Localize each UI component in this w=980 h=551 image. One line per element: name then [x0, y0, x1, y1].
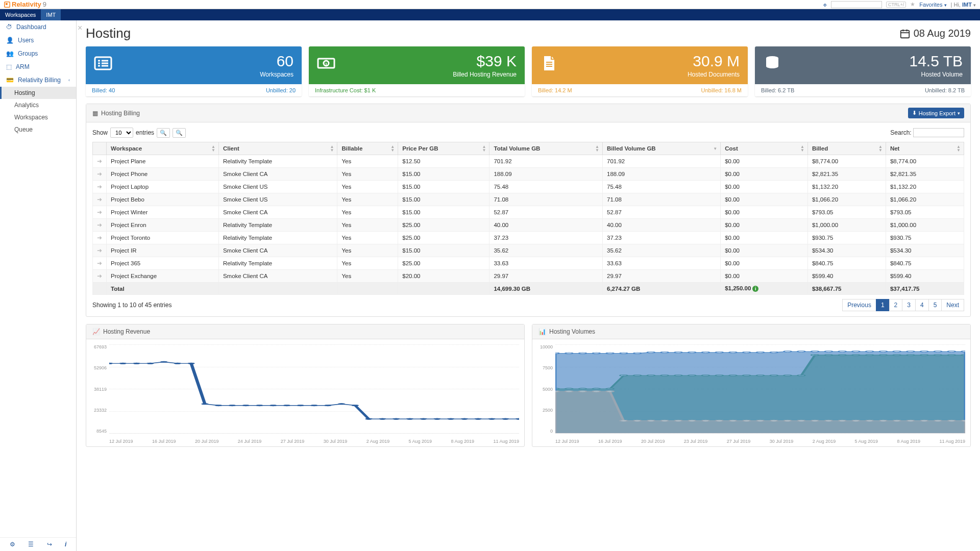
expand-icon[interactable]: ➜ [93, 232, 107, 244]
page-next[interactable]: Next [941, 299, 964, 311]
table-row[interactable]: ➜Project EnronRelativity TemplateYes$25.… [93, 219, 964, 232]
table-search-input[interactable] [913, 128, 964, 137]
sidebar-sub-analytics[interactable]: Analytics [0, 99, 76, 111]
table-row[interactable]: ➜Project IRSmoke Client CAYes$15.0035.62… [93, 244, 964, 257]
page-3[interactable]: 3 [902, 299, 916, 311]
cell-price: $25.00 [398, 232, 489, 244]
card-hosted-volume[interactable]: 14.5 TBHosted VolumeBilled: 6.2 TBUnbill… [755, 46, 971, 96]
quick-search-icon[interactable]: ⟐ [823, 2, 827, 8]
brand-logo[interactable]: Relativity9 [4, 1, 46, 8]
svg-point-136 [866, 420, 873, 421]
col-total-volume-gb[interactable]: Total Volume GB▲▼ [489, 142, 603, 155]
cell-total-vol: 71.08 [489, 193, 603, 206]
x-tick: 24 Jul 2019 [238, 439, 262, 444]
svg-point-102 [825, 350, 832, 352]
sidebar-sub-workspaces[interactable]: Workspaces [0, 111, 76, 123]
global-search-input[interactable] [831, 1, 882, 8]
logout-icon[interactable]: ↪ [47, 541, 52, 548]
cell-total-vol: 701.92 [489, 155, 603, 168]
col-net[interactable]: Net▲▼ [886, 142, 964, 155]
cell-billed: $599.40 [807, 270, 886, 283]
expand-icon[interactable]: ➜ [93, 219, 107, 232]
expand-icon[interactable]: ➜ [93, 155, 107, 168]
table-row[interactable]: ➜Project ExchangeSmoke Client CAYes$20.0… [93, 270, 964, 283]
col-billed[interactable]: Billed▲▼ [807, 142, 886, 155]
col-cost[interactable]: Cost▲▼ [721, 142, 808, 155]
svg-point-127 [743, 420, 750, 421]
svg-point-142 [948, 420, 955, 421]
sidebar-sub-hosting[interactable]: Hosting [0, 87, 76, 99]
close-icon[interactable]: × [78, 23, 82, 33]
table-row[interactable]: ➜Project BeboSmoke Client USYes$15.0071.… [93, 193, 964, 206]
page-date[interactable]: 08 Aug 2019 [899, 28, 971, 39]
tab-imt[interactable]: IMT [41, 9, 61, 20]
page-title: Hosting [86, 26, 131, 41]
table-row[interactable]: ➜Project WinterSmoke Client CAYes$15.005… [93, 206, 964, 219]
cell-billed: $840.75 [807, 257, 886, 270]
col-price-per-gb[interactable]: Price Per GB▲▼ [398, 142, 489, 155]
card-billed-hosting-revenue[interactable]: 1$39 KBilled Hosting RevenueInfrastructu… [309, 46, 525, 96]
volumes-chart[interactable]: 100007500500025000 12 Jul 201916 Jul 201… [532, 339, 970, 446]
svg-point-128 [756, 420, 764, 421]
page-5[interactable]: 5 [928, 299, 942, 311]
search-label: Search: [890, 129, 911, 136]
cell-net: $930.75 [886, 232, 964, 244]
table-row[interactable]: ➜Project LaptopSmoke Client USYes$15.007… [93, 181, 964, 193]
star-icon[interactable]: ★ [910, 1, 915, 8]
expand-icon[interactable]: ➜ [93, 168, 107, 181]
revenue-chart[interactable]: 676935290638119233328545 12 Jul 201916 J… [86, 339, 524, 446]
page-prev[interactable]: Previous [842, 299, 876, 311]
page-2[interactable]: 2 [889, 299, 903, 311]
expand-icon[interactable]: ➜ [93, 270, 107, 283]
table-row[interactable]: ➜Project PhoneSmoke Client CAYes$15.0018… [93, 168, 964, 181]
sidebar-item-dashboard[interactable]: ⏱Dashboard [0, 20, 76, 34]
sidebar-item-groups[interactable]: 👥Groups [0, 47, 76, 60]
sidebar-item-users[interactable]: 👤Users [0, 34, 76, 47]
sidebar-item-relativity-billing[interactable]: 💳Relativity Billing‹ [0, 73, 76, 87]
info-badge-icon[interactable]: i [752, 286, 758, 292]
list-icon[interactable]: ☰ [28, 541, 34, 548]
card-hosted-documents[interactable]: 30.9 MHosted DocumentsBilled: 14.2 MUnbi… [532, 46, 748, 96]
card-foot-left: Infrastructure Cost: $1 K [315, 87, 376, 93]
total-cell [337, 283, 398, 295]
svg-point-95 [729, 352, 737, 353]
expand-icon[interactable]: ➜ [93, 193, 107, 206]
page-1[interactable]: 1 [876, 299, 890, 311]
expand-icon[interactable]: ➜ [93, 206, 107, 219]
col-workspace[interactable]: Workspace▲▼ [107, 142, 219, 155]
favorites-link[interactable]: Favorites ▾ [919, 2, 946, 8]
col-billed-volume-gb[interactable]: Billed Volume GB▼ [603, 142, 721, 155]
card-foot-right: Unbilled: 8.2 TB [925, 87, 965, 93]
table-row[interactable]: ➜Project PlaneRelativity TemplateYes$12.… [93, 155, 964, 168]
svg-point-141 [934, 420, 941, 421]
x-tick: 27 Jul 2019 [281, 439, 305, 444]
settings-icon[interactable]: ⚙ [10, 541, 15, 548]
topbar-right: ⟐ CTRL+/ ★ Favorites ▾ | Hi, IMT ▾ [823, 1, 976, 8]
cell-billed-vol: 29.97 [603, 270, 721, 283]
expand-icon[interactable]: ➜ [93, 181, 107, 193]
sidebar-item-arm[interactable]: ⬚ARM [0, 60, 76, 73]
svg-point-133 [825, 420, 832, 421]
search-icon-button[interactable]: 🔍 [157, 128, 170, 138]
page-4[interactable]: 4 [915, 299, 929, 311]
expand-icon[interactable]: ➜ [93, 244, 107, 257]
info-icon[interactable]: i [65, 541, 66, 548]
col-billable[interactable]: Billable▲▼ [337, 142, 398, 155]
brand-bar: Relativity9 ⟐ CTRL+/ ★ Favorites ▾ | Hi,… [0, 0, 980, 9]
filter-icon-button[interactable]: 🔍 [173, 128, 186, 138]
table-row[interactable]: ➜Project 365Relativity TemplateYes$25.00… [93, 257, 964, 270]
col-client[interactable]: Client▲▼ [218, 142, 337, 155]
svg-point-130 [784, 420, 791, 421]
table-row[interactable]: ➜Project TorontoRelativity TemplateYes$2… [93, 232, 964, 244]
sidebar-item-label: Groups [18, 50, 38, 57]
page-size-select[interactable]: 10 [110, 128, 133, 138]
cell-client: Relativity Template [218, 257, 337, 270]
tab-workspaces[interactable]: Workspaces [0, 9, 41, 20]
sidebar-sub-queue[interactable]: Queue [0, 123, 76, 136]
hosting-export-button[interactable]: ⬇ Hosting Export ▾ [908, 108, 964, 118]
card-workspaces[interactable]: 60WorkspacesBilled: 40Unbilled: 20 [86, 46, 302, 96]
svg-point-97 [756, 352, 764, 353]
expand-icon[interactable]: ➜ [93, 257, 107, 270]
y-tick: 67693 [86, 344, 107, 349]
svg-point-46 [461, 418, 467, 419]
